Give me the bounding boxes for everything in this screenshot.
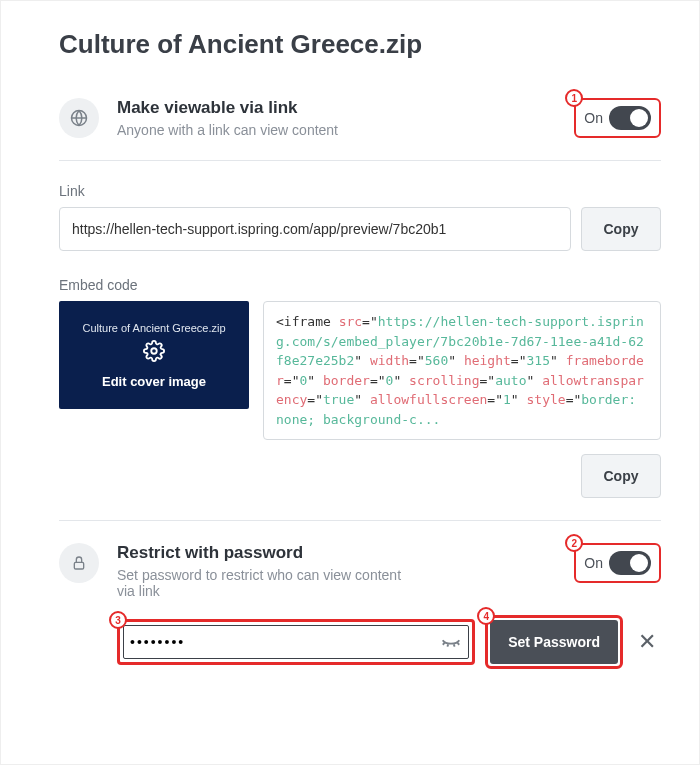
- set-password-button[interactable]: Set Password: [490, 620, 618, 664]
- embed-code-box[interactable]: <iframe src="https://hellen-tech-support…: [263, 301, 661, 440]
- callout-3: 3: [109, 611, 127, 629]
- copy-link-button[interactable]: Copy: [581, 207, 661, 251]
- restrict-toggle-label: On: [584, 555, 603, 571]
- cover-filename: Culture of Ancient Greece.zip: [82, 322, 225, 334]
- password-input[interactable]: [120, 622, 436, 662]
- viewable-toggle[interactable]: [609, 106, 651, 130]
- svg-point-1: [151, 348, 157, 354]
- restrict-heading: Restrict with password: [117, 543, 556, 563]
- cover-preview[interactable]: Culture of Ancient Greece.zip Edit cover…: [59, 301, 249, 409]
- lock-icon: [59, 543, 99, 583]
- viewable-toggle-wrap: 1 On: [574, 98, 661, 138]
- viewable-sub: Anyone with a link can view content: [117, 122, 556, 138]
- restrict-section: Restrict with password Set password to r…: [59, 543, 661, 599]
- link-input[interactable]: [59, 207, 571, 251]
- viewable-heading: Make viewable via link: [117, 98, 556, 118]
- edit-cover-label: Edit cover image: [102, 374, 206, 389]
- password-input-wrap: 3: [117, 619, 475, 665]
- copy-embed-button[interactable]: Copy: [581, 454, 661, 498]
- divider: [59, 520, 661, 521]
- globe-icon: [59, 98, 99, 138]
- restrict-sub: Set password to restrict who can view co…: [117, 567, 417, 599]
- close-icon[interactable]: ✕: [633, 628, 661, 656]
- svg-rect-2: [74, 562, 83, 569]
- gear-icon: [143, 340, 165, 366]
- link-label: Link: [59, 183, 661, 199]
- set-password-wrap: 4 Set Password: [485, 615, 623, 669]
- embed-label: Embed code: [59, 277, 661, 293]
- eye-closed-icon[interactable]: [436, 627, 466, 657]
- viewable-section: Make viewable via link Anyone with a lin…: [59, 98, 661, 138]
- restrict-toggle-wrap: 2 On: [574, 543, 661, 583]
- callout-2: 2: [565, 534, 583, 552]
- restrict-toggle[interactable]: [609, 551, 651, 575]
- viewable-toggle-label: On: [584, 110, 603, 126]
- callout-1: 1: [565, 89, 583, 107]
- page-title: Culture of Ancient Greece.zip: [59, 29, 661, 60]
- divider: [59, 160, 661, 161]
